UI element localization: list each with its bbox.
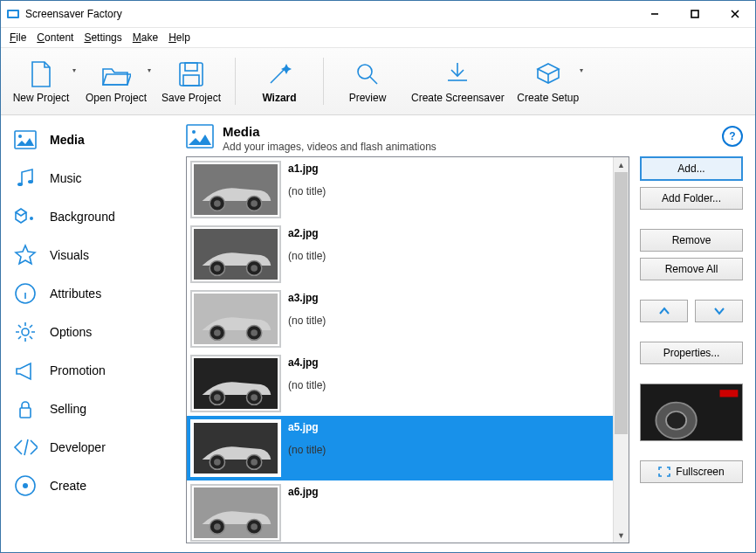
- list-item[interactable]: a1.jpg (no title): [187, 157, 613, 222]
- svg-point-44: [251, 394, 258, 400]
- menu-file[interactable]: File: [6, 30, 30, 45]
- item-thumbnail: [192, 486, 279, 540]
- item-thumbnail: [192, 421, 279, 475]
- svg-point-49: [251, 459, 258, 465]
- dropdown-caret-icon[interactable]: ▾: [148, 66, 151, 74]
- svg-rect-1: [9, 11, 17, 17]
- item-thumbnail: [192, 356, 279, 411]
- sidebar-item-label: Promotion: [50, 363, 106, 377]
- developer-icon: [13, 435, 38, 460]
- sidebar-item-attributes[interactable]: Attributes: [1, 274, 174, 313]
- move-down-button[interactable]: [695, 300, 743, 322]
- page-title: Media: [223, 124, 713, 139]
- svg-point-15: [30, 217, 33, 220]
- svg-point-34: [251, 265, 258, 271]
- item-thumbnail: [192, 162, 279, 217]
- sidebar-item-music[interactable]: Music: [1, 159, 174, 197]
- toolbar-new-project[interactable]: New Project ▾: [4, 51, 78, 112]
- sidebar-item-media[interactable]: Media: [1, 121, 174, 159]
- item-title: (no title): [288, 379, 326, 391]
- scrollbar-thumb[interactable]: [615, 172, 628, 434]
- maximize-button[interactable]: [675, 1, 715, 27]
- media-list-viewport[interactable]: a1.jpg (no title) a2.jpg (no title) a3.j…: [187, 157, 613, 543]
- svg-line-10: [370, 77, 377, 84]
- content-area: Media Music Background Visuals Attribute…: [1, 115, 755, 552]
- item-title: (no title): [288, 315, 326, 327]
- toolbar-save-project[interactable]: Save Project: [155, 51, 228, 112]
- close-button[interactable]: [715, 1, 755, 27]
- menu-content[interactable]: Content: [33, 30, 77, 45]
- sidebar: Media Music Background Visuals Attribute…: [1, 115, 174, 552]
- list-item[interactable]: a6.jpg: [187, 480, 613, 543]
- svg-point-57: [666, 411, 686, 430]
- remove-button[interactable]: Remove: [640, 229, 743, 252]
- main-panel: Media Add your images, videos and flash …: [174, 115, 755, 552]
- vertical-scrollbar[interactable]: ▲ ▼: [613, 157, 629, 543]
- visuals-icon: [13, 243, 38, 267]
- menu-make[interactable]: Make: [129, 30, 162, 45]
- item-title: (no title): [288, 444, 326, 456]
- menubar: File Content Settings Make Help: [1, 28, 755, 47]
- svg-rect-7: [185, 63, 197, 71]
- main-header: Media Add your images, videos and flash …: [174, 115, 755, 156]
- move-up-button[interactable]: [640, 300, 688, 322]
- item-title: (no title): [288, 250, 326, 262]
- app-window: Screensaver Factory File Content Setting…: [0, 0, 756, 553]
- toolbar-create-setup[interactable]: Create Setup ▾: [512, 51, 585, 112]
- toolbar-open-project[interactable]: Open Project ▾: [79, 51, 153, 112]
- sidebar-item-create[interactable]: Create: [1, 467, 174, 505]
- dropdown-caret-icon[interactable]: ▾: [72, 66, 76, 74]
- svg-point-48: [214, 459, 221, 465]
- create-setup-icon: [534, 59, 562, 90]
- item-thumbnail: [192, 227, 279, 281]
- list-item[interactable]: a4.jpg (no title): [187, 351, 613, 416]
- sidebar-item-label: Visuals: [50, 248, 89, 262]
- dropdown-caret-icon[interactable]: ▾: [580, 66, 583, 74]
- add-button[interactable]: Add...: [640, 156, 743, 181]
- save-project-icon: [178, 59, 204, 90]
- sidebar-item-visuals[interactable]: Visuals: [1, 236, 174, 274]
- wizard-icon: [265, 59, 293, 90]
- sidebar-item-options[interactable]: Options: [1, 313, 174, 351]
- promotion-icon: [13, 358, 38, 383]
- scroll-down-icon[interactable]: ▼: [614, 528, 629, 543]
- properties-button[interactable]: Properties...: [640, 342, 743, 364]
- sidebar-item-developer[interactable]: Developer: [1, 428, 174, 467]
- svg-point-54: [251, 523, 258, 529]
- svg-point-33: [214, 265, 221, 271]
- media-icon: [13, 128, 38, 152]
- media-icon: [186, 124, 214, 152]
- svg-point-13: [17, 183, 23, 186]
- menu-settings[interactable]: Settings: [80, 30, 125, 45]
- item-filename: a2.jpg: [288, 227, 326, 239]
- window-title: Screensaver Factory: [25, 8, 635, 20]
- item-filename: a1.jpg: [288, 162, 326, 175]
- svg-point-29: [251, 200, 258, 206]
- new-project-icon: [29, 59, 53, 90]
- toolbar-create-screensaver[interactable]: Create Screensaver: [406, 51, 510, 112]
- page-subtitle: Add your images, videos and flash animat…: [223, 141, 713, 153]
- list-item[interactable]: a2.jpg (no title): [187, 222, 613, 287]
- list-item[interactable]: a5.jpg (no title): [187, 416, 613, 480]
- scroll-up-icon[interactable]: ▲: [614, 157, 629, 172]
- help-icon[interactable]: ?: [722, 126, 743, 147]
- toolbar-preview[interactable]: Preview: [331, 51, 404, 112]
- item-filename: a6.jpg: [288, 486, 319, 498]
- svg-point-12: [18, 135, 22, 138]
- add-folder-button[interactable]: Add Folder...: [640, 187, 743, 210]
- svg-rect-20: [20, 408, 31, 418]
- preview-thumbnail: [640, 384, 743, 441]
- svg-point-9: [358, 65, 372, 79]
- list-item[interactable]: a3.jpg (no title): [187, 287, 613, 351]
- fullscreen-button[interactable]: Fullscreen: [640, 460, 743, 483]
- remove-all-button[interactable]: Remove All: [640, 258, 743, 280]
- toolbar-wizard[interactable]: Wizard: [243, 51, 316, 112]
- menu-help[interactable]: Help: [165, 30, 194, 45]
- minimize-button[interactable]: [635, 1, 675, 27]
- sidebar-item-promotion[interactable]: Promotion: [1, 351, 174, 390]
- sidebar-item-selling[interactable]: Selling: [1, 390, 174, 428]
- music-icon: [13, 166, 38, 190]
- sidebar-item-background[interactable]: Background: [1, 197, 174, 236]
- svg-point-19: [22, 328, 29, 335]
- sidebar-item-label: Developer: [50, 440, 106, 454]
